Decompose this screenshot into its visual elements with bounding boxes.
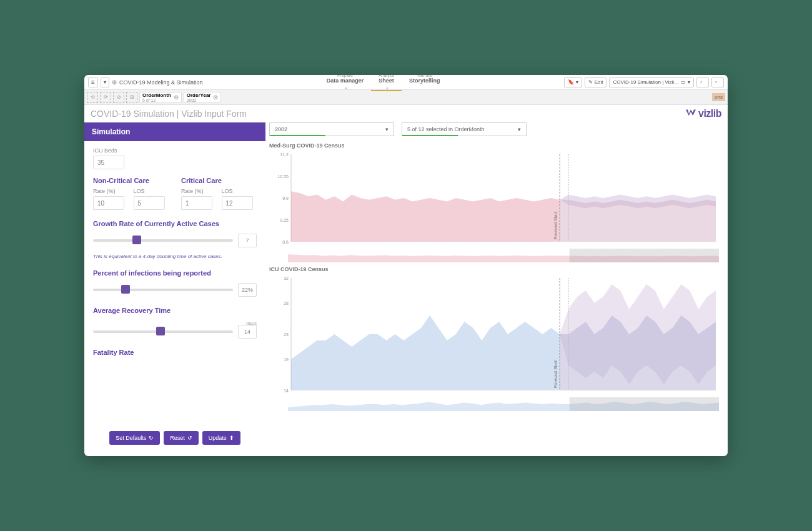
nav-narrate[interactable]: Narrate Storytelling xyxy=(402,75,448,91)
med-surg-chart-title: Med-Surg COVID-19 Census xyxy=(269,142,721,149)
reported-title: Percent of infections being reported xyxy=(93,269,257,277)
simulation-body[interactable]: ICU Beds Non-Critical Care Rate (%) LOS xyxy=(84,141,265,426)
filter-chip-orderyear[interactable]: OrderYear 2002 ⊗ xyxy=(184,92,222,103)
bookmark-icon: 🔖 xyxy=(568,79,574,85)
top-toolbar: ≡ ▾ ⊕ COVID-19 Modeling & Simulation Pre… xyxy=(84,75,728,90)
vizlib-logo: vizlib xyxy=(686,108,721,119)
upload-icon: ⬆ xyxy=(229,435,234,441)
selection-bar: ⟲ ⟳ ⊘ ⊞ OrderMonth 5 of 12 ⊗ OrderYear 2… xyxy=(84,90,728,105)
svg-text:19: 19 xyxy=(284,357,289,362)
globe-icon: ⊕ xyxy=(112,79,117,86)
med-surg-minimap[interactable] xyxy=(269,249,721,262)
chart-area: 2002▾ 5 of 12 selected in OrderMonth▾ Me… xyxy=(269,122,721,450)
menu-button[interactable]: ≡ xyxy=(88,77,98,87)
fatality-title: Fatality Rate xyxy=(93,349,257,356)
icu-beds-label: ICU Beds xyxy=(93,147,257,154)
close-icon[interactable]: ⊗ xyxy=(213,94,218,101)
non-critical-rate-input[interactable] xyxy=(93,196,124,210)
svg-text:23: 23 xyxy=(284,332,289,337)
growth-rate-note: This is equivalent to a 4-day doubling t… xyxy=(93,254,257,259)
selection-forward-button[interactable]: ⟳ xyxy=(100,92,111,103)
selection-back-button[interactable]: ⟲ xyxy=(87,92,98,103)
svg-text:8.6: 8.6 xyxy=(282,240,289,244)
app-window: ≡ ▾ ⊕ COVID-19 Modeling & Simulation Pre… xyxy=(84,75,728,456)
slider-thumb[interactable] xyxy=(156,327,165,335)
sheet-icon: ▭ xyxy=(681,79,686,85)
simulation-header: Simulation xyxy=(84,122,265,141)
slider-thumb[interactable] xyxy=(132,236,141,244)
app-title: COVID-19 Modeling & Simulation xyxy=(119,79,203,86)
pencil-icon: ✎ xyxy=(588,79,593,85)
critical-los-input[interactable] xyxy=(222,196,253,210)
non-critical-title: Non-Critical Care xyxy=(93,177,169,184)
recovery-value[interactable]: 14 xyxy=(238,325,257,339)
non-critical-los-input[interactable] xyxy=(134,196,165,210)
chevron-down-icon: ▾ xyxy=(576,79,578,85)
content-area: Simulation ICU Beds Non-Critical Care Ra… xyxy=(84,122,728,456)
year-dropdown[interactable]: 2002▾ xyxy=(269,122,394,136)
chevron-down-icon: ⌄ xyxy=(329,85,364,90)
svg-text:10.55: 10.55 xyxy=(277,174,289,179)
chevron-down-icon: ▾ xyxy=(688,79,690,85)
chevron-down-icon: ⌄ xyxy=(380,85,394,90)
prev-sheet-button[interactable]: ‹ xyxy=(696,77,709,87)
bookmark-button[interactable]: 🔖▾ xyxy=(564,77,582,87)
svg-text:14: 14 xyxy=(284,389,289,393)
simulation-panel: Simulation ICU Beds Non-Critical Care Ra… xyxy=(84,122,265,450)
close-icon[interactable]: ⊗ xyxy=(174,94,179,101)
med-surg-chart[interactable]: 8.69.259.910.5511.2Forecast Start xyxy=(269,151,721,245)
set-defaults-button[interactable]: Set Defaults↻ xyxy=(109,431,160,445)
page-header: COVID-19 Simulation | Vizlib Input Form … xyxy=(84,105,728,122)
growth-rate-title: Growth Rate of Currently Active Cases xyxy=(93,220,257,227)
svg-text:Forecast Start: Forecast Start xyxy=(553,212,558,239)
edit-button[interactable]: ✎Edit xyxy=(585,77,607,87)
critical-title: Critical Care xyxy=(181,177,257,184)
growth-rate-value[interactable]: 7 xyxy=(238,234,257,247)
growth-rate-slider[interactable] xyxy=(93,239,233,242)
chevron-down-icon: ▾ xyxy=(385,126,389,132)
nav-prepare[interactable]: Prepare Data manager⌄ xyxy=(319,75,372,91)
svg-text:28: 28 xyxy=(284,301,289,305)
slider-thumb[interactable] xyxy=(121,285,130,294)
page-title: COVID-19 Simulation | Vizlib Input Form xyxy=(91,109,247,119)
filterbar-overflow[interactable]: ons xyxy=(712,93,725,101)
icu-minimap[interactable] xyxy=(269,397,721,411)
simulation-footer: Set Defaults↻ Reset↺ Update⬆ xyxy=(84,426,265,450)
svg-text:11.2: 11.2 xyxy=(280,152,289,157)
svg-text:9.25: 9.25 xyxy=(280,218,289,222)
chevron-down-icon: ▾ xyxy=(518,126,521,132)
menu-dropdown[interactable]: ▾ xyxy=(101,77,109,87)
recovery-slider[interactable] xyxy=(93,330,233,333)
icu-chart-title: ICU COVID-19 Census xyxy=(269,266,721,272)
sheet-selector[interactable]: COVID-19 Simulation | Vizli… ▭▾ xyxy=(609,77,694,87)
refresh-icon: ↻ xyxy=(149,435,154,441)
nav-analyze[interactable]: Analyze Sheet⌄ xyxy=(371,75,402,91)
critical-rate-input[interactable] xyxy=(181,196,212,210)
svg-rect-9 xyxy=(570,249,719,262)
svg-text:32: 32 xyxy=(284,276,289,280)
update-button[interactable]: Update⬆ xyxy=(202,431,240,445)
next-sheet-button[interactable]: › xyxy=(711,77,724,87)
month-dropdown[interactable]: 5 of 12 selected in OrderMonth▾ xyxy=(402,122,527,136)
filter-chip-ordermonth[interactable]: OrderMonth 5 of 12 ⊗ xyxy=(139,92,182,103)
selection-tool-button[interactable]: ⊞ xyxy=(126,92,137,103)
undo-icon: ↺ xyxy=(187,435,192,441)
icu-beds-input[interactable] xyxy=(93,156,124,169)
svg-text:9.9: 9.9 xyxy=(282,196,289,201)
recovery-title: Average Recovery Time xyxy=(93,307,257,314)
reported-slider[interactable] xyxy=(93,289,233,291)
reset-button[interactable]: Reset↺ xyxy=(164,431,199,445)
icu-chart[interactable]: 1419232832Forecast Start xyxy=(269,275,721,394)
svg-text:Forecast Start: Forecast Start xyxy=(553,360,558,388)
reported-value[interactable]: 22% xyxy=(238,283,257,297)
selection-clear-button[interactable]: ⊘ xyxy=(113,92,124,103)
vizlib-logo-icon xyxy=(686,109,696,118)
svg-rect-19 xyxy=(570,397,719,411)
